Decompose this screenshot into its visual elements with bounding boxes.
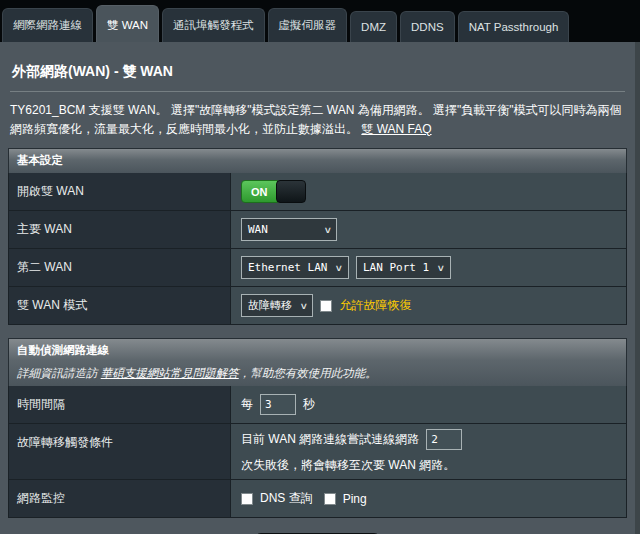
secondary-wan-type-select[interactable]: Ethernet LAN ∨ (241, 256, 349, 279)
table-row: 開啟雙 WAN ON (8, 173, 627, 211)
dual-wan-toggle[interactable]: ON (241, 180, 306, 203)
allow-failback-checkbox[interactable] (320, 300, 332, 312)
chevron-down-icon: ∨ (300, 301, 308, 311)
ping-label: Ping (343, 492, 367, 506)
tab-bar: 網際網路連線 雙 WAN 通訊埠觸發程式 虛擬伺服器 DMZ DDNS NAT … (0, 0, 640, 42)
tab-nat-passthrough[interactable]: NAT Passthrough (458, 11, 570, 42)
secondary-wan-label: 第二 WAN (9, 249, 230, 286)
chevron-down-icon: ∨ (323, 225, 331, 235)
failover-trigger-suffix: 次失敗後，將會轉移至次要 WAN 網路。 (241, 457, 455, 474)
network-monitor-label: 網路監控 (9, 480, 230, 517)
chevron-down-icon: ∨ (437, 263, 445, 273)
tab-ddns[interactable]: DDNS (400, 11, 455, 42)
auto-detect-subtitle: 詳細資訊請造訪 華碩支援網站常見問題解答，幫助您有效使用此功能。 (17, 366, 618, 381)
auto-detect-header: 自動偵測網路連線 詳細資訊請造訪 華碩支援網站常見問題解答，幫助您有效使用此功能… (8, 338, 627, 386)
secondary-wan-type-value: Ethernet LAN (248, 261, 327, 274)
dual-wan-mode-value: 故障轉移 (248, 298, 292, 313)
tab-port-trigger[interactable]: 通訊埠觸發程式 (162, 8, 265, 42)
toggle-knob (276, 180, 306, 203)
tab-internet-connection[interactable]: 網際網路連線 (2, 8, 93, 42)
primary-wan-label: 主要 WAN (9, 211, 230, 248)
dual-wan-faq-link[interactable]: 雙 WAN FAQ (361, 122, 431, 136)
enable-dual-wan-label: 開啟雙 WAN (9, 173, 230, 210)
tab-dual-wan[interactable]: 雙 WAN (96, 5, 159, 42)
dns-query-checkbox[interactable] (241, 493, 253, 505)
dual-wan-mode-label: 雙 WAN 模式 (9, 287, 230, 324)
table-row: 故障轉移觸發條件 目前 WAN 網路連線嘗試連線網路 次失敗後，將會轉移至次要 … (8, 424, 627, 480)
table-row: 時間間隔 每 秒 (8, 386, 627, 424)
failover-trigger-prefix: 目前 WAN 網路連線嘗試連線網路 (241, 431, 419, 448)
dual-wan-mode-select[interactable]: 故障轉移 ∨ (241, 294, 313, 317)
primary-wan-selected-value: WAN (248, 223, 268, 236)
table-row: 主要 WAN WAN ∨ (8, 211, 627, 249)
table-row: 雙 WAN 模式 故障轉移 ∨ 允許故障恢復 (8, 287, 627, 325)
interval-label: 時間間隔 (9, 386, 230, 423)
subtitle-suffix: ，幫助您有效使用此功能。 (239, 367, 377, 379)
interval-suffix: 秒 (303, 396, 315, 413)
failover-trigger-label: 故障轉移觸發條件 (9, 424, 230, 479)
interval-prefix: 每 (241, 396, 253, 413)
auto-detect-title: 自動偵測網路連線 (17, 343, 618, 358)
tab-dmz[interactable]: DMZ (350, 11, 397, 42)
failover-count-input[interactable] (426, 429, 462, 450)
table-row: 網路監控 DNS 查詢 Ping (8, 480, 627, 518)
asus-support-faq-link[interactable]: 華碩支援網站常見問題解答 (101, 367, 239, 379)
secondary-wan-port-select[interactable]: LAN Port 1 ∨ (356, 256, 451, 279)
basic-settings-header: 基本設定 (8, 148, 627, 173)
interval-input[interactable] (260, 394, 296, 415)
page-title: 外部網路(WAN) - 雙 WAN (0, 42, 635, 91)
ping-checkbox[interactable] (324, 493, 336, 505)
allow-failback-label: 允許故障恢復 (339, 297, 411, 314)
main-panel: 外部網路(WAN) - 雙 WAN TY6201_BCM 支援雙 WAN。 選擇… (0, 42, 640, 534)
chevron-down-icon: ∨ (335, 263, 343, 273)
dns-query-label: DNS 查詢 (260, 490, 313, 507)
basic-settings-table: 基本設定 開啟雙 WAN ON 主要 WAN WAN ∨ 第二 WAN (8, 148, 627, 325)
auto-detect-table: 自動偵測網路連線 詳細資訊請造訪 華碩支援網站常見問題解答，幫助您有效使用此功能… (8, 338, 627, 518)
secondary-wan-port-value: LAN Port 1 (363, 261, 429, 274)
tab-virtual-server[interactable]: 虛擬伺服器 (268, 8, 348, 42)
subtitle-prefix: 詳細資訊請造訪 (17, 367, 101, 379)
description-text: TY6201_BCM 支援雙 WAN。 選擇"故障轉移"模式設定第二 WAN 為… (10, 103, 622, 136)
primary-wan-select[interactable]: WAN ∨ (241, 218, 337, 241)
table-row: 第二 WAN Ethernet LAN ∨ LAN Port 1 ∨ (8, 249, 627, 287)
toggle-on-label: ON (241, 180, 278, 203)
page-description: TY6201_BCM 支援雙 WAN。 選擇"故障轉移"模式設定第二 WAN 為… (10, 101, 625, 138)
title-divider (10, 91, 625, 92)
